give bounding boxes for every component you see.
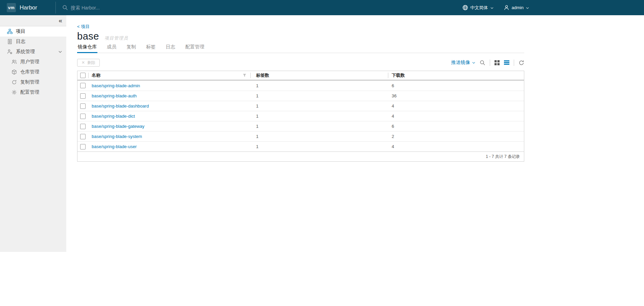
record-count: 1 - 7 共计 7 条记录: [486, 154, 520, 160]
tab-configuration[interactable]: 配置管理: [185, 44, 205, 53]
repo-link[interactable]: base/spring-blade-admin: [92, 83, 140, 88]
logs-icon: [7, 39, 13, 44]
table-row: base/spring-blade-user 1 4: [77, 141, 524, 151]
sidebar-item-label: 配置管理: [20, 89, 39, 95]
row-checkbox[interactable]: [80, 114, 86, 119]
repo-name-cell: base/spring-blade-admin: [88, 80, 250, 91]
list-view-icon[interactable]: [504, 60, 509, 65]
card-view-icon[interactable]: [495, 60, 500, 65]
global-search: [62, 0, 213, 15]
sidebar-item-label: 项目: [16, 28, 25, 34]
row-checkbox[interactable]: [80, 144, 86, 149]
chevron-down-icon: [490, 7, 493, 9]
sidebar-item-configuration[interactable]: 配置管理: [0, 87, 66, 97]
sidebar-item-label: 复制管理: [20, 79, 39, 85]
row-checkbox[interactable]: [80, 103, 86, 109]
tag-count-cell: 1: [250, 111, 388, 121]
pull-count-cell: 6: [388, 121, 524, 131]
project-tabs: 镜像仓库 成员 复制 标签 日志 配置管理: [77, 44, 524, 53]
sidebar-item-logs[interactable]: 日志: [0, 37, 66, 47]
tab-replication[interactable]: 复制: [126, 44, 137, 53]
delete-button-label: 删除: [87, 60, 95, 66]
column-header-pulls[interactable]: 下载数: [388, 71, 524, 80]
sidebar-item-label: 仓库管理: [20, 69, 39, 75]
row-checkbox-cell: [77, 142, 88, 151]
breadcrumb[interactable]: < 项目: [77, 24, 532, 30]
header-actions: 中文简体 admin: [462, 0, 529, 15]
repo-link[interactable]: base/spring-blade-system: [92, 134, 142, 139]
toolbar-divider: [490, 60, 490, 66]
toolbar-divider: [514, 60, 514, 66]
repo-link[interactable]: base/spring-blade-dashboard: [92, 103, 149, 109]
repo-link[interactable]: base/spring-blade-gateway: [92, 124, 144, 129]
pull-count-cell: 36: [388, 91, 524, 101]
sidebar-collapse-icon[interactable]: «: [59, 16, 62, 25]
pull-count-cell: 2: [388, 132, 524, 141]
tag-count: 1: [256, 93, 258, 98]
tab-labels[interactable]: 标签: [145, 44, 156, 53]
refresh-icon[interactable]: [519, 60, 524, 66]
header-divider: [55, 2, 56, 14]
sidebar-admin-submenu: 用户管理 仓库管理 复制管理 配置管理: [0, 57, 66, 97]
tab-logs[interactable]: 日志: [165, 44, 176, 53]
filter-icon[interactable]: [243, 74, 246, 77]
vmware-logo: vm: [7, 3, 16, 12]
table-row: base/spring-blade-auth 1 36: [77, 91, 524, 101]
tag-count: 1: [256, 134, 258, 139]
column-header-name[interactable]: 名称: [88, 71, 250, 80]
sidebar-item-user-management[interactable]: 用户管理: [0, 57, 66, 67]
sidebar-item-administration[interactable]: 系统管理: [0, 47, 66, 57]
sidebar: « 项目 日志 系统管理 用户管理 仓库管理: [0, 15, 66, 252]
sidebar-item-replication-management[interactable]: 复制管理: [0, 77, 66, 87]
push-image-label: 推送镜像: [451, 60, 470, 66]
tag-count-cell: 1: [250, 101, 388, 111]
repo-link[interactable]: base/spring-blade-user: [92, 144, 137, 149]
sidebar-item-registry-management[interactable]: 仓库管理: [0, 67, 66, 77]
globe-icon: [462, 5, 468, 10]
column-header-tags[interactable]: 标签数: [250, 71, 388, 80]
tab-repositories[interactable]: 镜像仓库: [77, 44, 97, 53]
sidebar-top: «: [0, 15, 66, 26]
pull-count: 4: [392, 144, 394, 149]
repo-name-cell: base/spring-blade-dashboard: [88, 101, 250, 111]
x-icon: ✕: [82, 61, 85, 65]
pull-count-cell: 4: [388, 101, 524, 111]
tag-count: 1: [256, 144, 258, 149]
search-input[interactable]: [71, 5, 213, 10]
repo-name-cell: base/spring-blade-auth: [88, 91, 250, 101]
page-title: base: [77, 31, 99, 42]
sidebar-item-projects[interactable]: 项目: [0, 26, 66, 37]
table-footer: 1 - 7 共计 7 条记录: [77, 151, 524, 161]
repo-name-cell: base/spring-blade-dict: [88, 111, 250, 121]
repo-name-cell: base/spring-blade-gateway: [88, 121, 250, 131]
tab-members[interactable]: 成员: [106, 44, 117, 53]
repo-link[interactable]: base/spring-blade-dict: [92, 114, 135, 119]
pull-count-cell: 4: [388, 111, 524, 121]
repositories-table: 名称 标签数 下载数 base/spring-blade-admin 1 6: [77, 71, 524, 162]
tag-count-cell: 1: [250, 80, 388, 91]
row-checkbox[interactable]: [80, 93, 86, 99]
repo-name-cell: base/spring-blade-user: [88, 142, 250, 151]
push-image-button[interactable]: 推送镜像: [451, 60, 475, 66]
delete-button[interactable]: ✕ 删除: [77, 59, 100, 67]
tag-count: 1: [256, 83, 258, 88]
pull-count: 36: [392, 93, 396, 98]
row-checkbox[interactable]: [80, 124, 86, 129]
row-checkbox[interactable]: [80, 83, 86, 88]
tag-count-cell: 1: [250, 132, 388, 141]
tag-count: 1: [256, 124, 258, 129]
row-checkbox-cell: [77, 80, 88, 91]
branding[interactable]: vm Harbor: [7, 0, 37, 15]
app-title: Harbor: [20, 4, 37, 11]
chevron-down-icon: [472, 62, 475, 64]
repo-name-cell: base/spring-blade-system: [88, 132, 250, 141]
language-dropdown[interactable]: 中文简体: [462, 5, 493, 11]
user-dropdown[interactable]: admin: [504, 5, 529, 10]
row-checkbox-cell: [77, 101, 88, 111]
select-all-checkbox[interactable]: [80, 73, 86, 78]
pull-count: 6: [392, 124, 394, 129]
search-icon[interactable]: [480, 60, 485, 66]
pull-count: 6: [392, 83, 394, 88]
row-checkbox[interactable]: [80, 134, 86, 139]
repo-link[interactable]: base/spring-blade-auth: [92, 93, 137, 98]
